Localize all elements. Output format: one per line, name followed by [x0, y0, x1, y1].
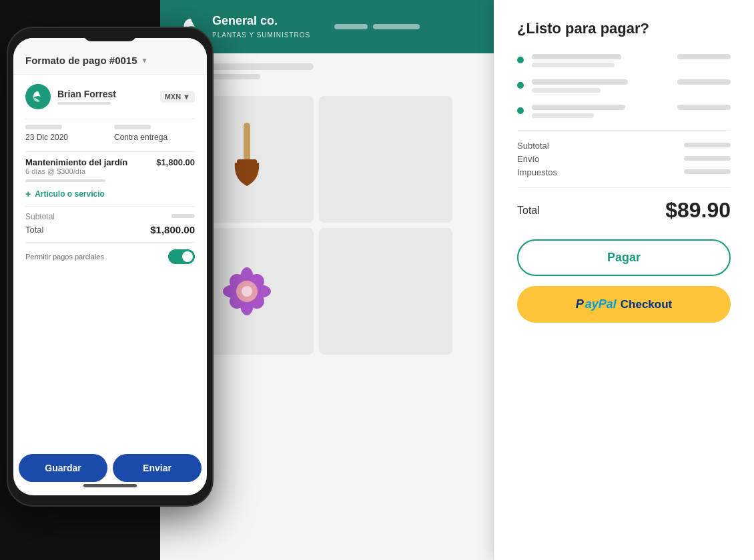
svg-rect-0 [244, 123, 250, 163]
phone-divider-2 [25, 151, 195, 152]
product-card-empty-2[interactable] [319, 228, 452, 355]
brand-name: General co. [212, 14, 310, 28]
guardar-button[interactable]: Guardar [19, 454, 107, 482]
item-lines-2 [532, 79, 669, 93]
item-line-3 [532, 105, 625, 110]
subtotal-value-bar [684, 143, 731, 147]
service-bar [25, 179, 105, 182]
enviar-button[interactable]: Enviar [113, 454, 202, 482]
subtotal-label: Subtotal [517, 141, 549, 151]
shovel-icon [220, 119, 274, 199]
checkout-item-1 [517, 54, 731, 67]
subtotals-section: Subtotal Envío Impuestos [517, 141, 731, 177]
phone-subtotal-row: Subtotal [25, 212, 195, 221]
item-price-1 [677, 54, 731, 59]
item-lines-3 [532, 105, 669, 118]
nav-brand: General co. PLANTAS Y SUMINISTROS [212, 14, 310, 40]
item-line-2 [532, 79, 628, 85]
phone-mockup: Formato de pago #0015 ▼ Brian Forrest [7, 27, 214, 507]
toggle-knob [182, 251, 193, 262]
add-item-label: Artículo o servicio [35, 189, 105, 199]
partial-toggle[interactable] [168, 249, 195, 264]
paypal-p2: ayPal [585, 297, 617, 311]
checkout-item-3 [517, 105, 731, 118]
phone-screen: Formato de pago #0015 ▼ Brian Forrest [13, 38, 207, 495]
item-price-2 [677, 79, 731, 85]
pagar-button[interactable]: Pagar [517, 239, 731, 276]
item-subline-3 [532, 113, 594, 118]
brand-subtitle: PLANTAS Y SUMINISTROS [212, 31, 310, 39]
currency-selector[interactable]: MXN ▼ [160, 91, 195, 103]
nav-pill-1[interactable] [334, 24, 368, 29]
phone-notch [83, 28, 137, 41]
date-label-bar [25, 125, 62, 129]
client-name: Brian Forrest [57, 89, 153, 99]
client-avatar [25, 84, 51, 109]
checkout-divider [517, 130, 731, 131]
nav-pills [334, 24, 420, 29]
currency-chevron-icon: ▼ [183, 93, 190, 101]
phone-divider-1 [25, 119, 195, 119]
nav-pill-2[interactable] [373, 24, 420, 29]
impuestos-row: Impuestos [517, 167, 731, 177]
date-block: 23 Dic 2020 [25, 125, 106, 142]
svg-rect-1 [237, 159, 257, 166]
client-bar [57, 102, 111, 105]
total-label: Total [517, 205, 540, 217]
item-dot-2 [517, 82, 524, 89]
phone-subtotal-bar [171, 214, 195, 218]
envio-label: Envío [517, 154, 539, 164]
total-amount: $89.90 [665, 198, 731, 223]
phone-footer: Guardar Enviar [19, 454, 202, 482]
impuestos-value-bar [684, 169, 731, 174]
phone-total-value: $1,800.00 [150, 224, 195, 235]
partial-row: Permitir pagos parciales [25, 242, 195, 264]
phone-header: Formato de pago #0015 ▼ [13, 38, 207, 75]
item-subline-2 [532, 88, 601, 93]
flower-icon [220, 265, 274, 318]
total-row: Total $89.90 [517, 198, 731, 223]
home-indicator [83, 484, 137, 487]
checkout-label: Checkout [621, 298, 672, 311]
date-delivery-row: 23 Dic 2020 Contra entrega [25, 125, 195, 142]
item-lines-1 [532, 54, 669, 67]
price-line-1 [677, 54, 731, 59]
delivery-value: Contra entrega [114, 133, 195, 142]
impuestos-label: Impuestos [517, 167, 557, 177]
delivery-label-bar [114, 125, 151, 129]
paypal-logo: PayPal [576, 297, 617, 311]
item-price-3 [677, 105, 731, 110]
price-line-3 [677, 105, 731, 110]
chevron-down-icon: ▼ [141, 57, 148, 64]
phone-total-label: Total [25, 225, 43, 235]
date-value: 23 Dic 2020 [25, 133, 106, 142]
item-dot-1 [517, 57, 524, 63]
plus-icon: + [25, 189, 31, 199]
envio-value-bar [684, 156, 731, 161]
item-subline-1 [532, 63, 615, 67]
invoice-title-text: Formato de pago #0015 [25, 55, 137, 66]
phone-total-row: Total $1,800.00 [25, 224, 195, 235]
service-price: $1,800.00 [156, 157, 195, 167]
checkout-item-2 [517, 79, 731, 93]
client-info: Brian Forrest [57, 89, 153, 105]
enviar-label: Enviar [143, 463, 171, 473]
svg-point-11 [242, 286, 252, 297]
service-desc: 6 días @ $300/día [25, 167, 127, 175]
checkout-panel: ¿Listo para pagar? [494, 0, 754, 560]
guardar-label: Guardar [45, 463, 81, 473]
checkout-title: ¿Listo para pagar? [517, 20, 731, 37]
service-info: Mantenimiento del jardín 6 días @ $300/d… [25, 157, 127, 175]
paypal-checkout-button[interactable]: PayPal Checkout [517, 286, 731, 323]
add-item-row[interactable]: + Artículo o servicio [25, 189, 195, 199]
total-divider [517, 187, 731, 188]
item-dot-3 [517, 107, 524, 114]
product-card-empty-1[interactable] [319, 96, 452, 223]
service-name: Mantenimiento del jardín [25, 157, 127, 167]
price-line-2 [677, 79, 731, 85]
currency-label: MXN [165, 93, 181, 101]
phone-subtotal-label: Subtotal [25, 212, 55, 221]
client-row: Brian Forrest MXN ▼ [25, 84, 195, 109]
phone-body: Brian Forrest MXN ▼ 23 Dic 2020 Contra e… [13, 75, 207, 273]
item-line-1 [532, 54, 621, 59]
